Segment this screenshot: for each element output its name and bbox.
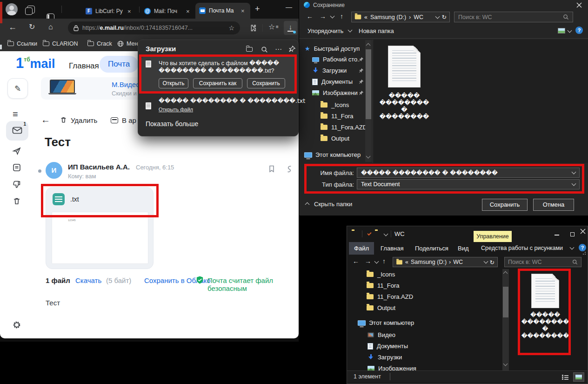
tree-item-downloads[interactable]: Загрузки [368, 354, 402, 361]
sidebar-item-output[interactable]: Output [321, 135, 349, 142]
sidebar-item-pictures[interactable]: Изображени [312, 89, 358, 96]
sent-icon[interactable] [12, 146, 21, 155]
ribbon-tab-picture-tools[interactable]: Средства работы с рисунками [481, 245, 563, 251]
filename-input[interactable]: ����� �������� � �������� [357, 168, 580, 178]
tree-item-documents[interactable]: Документы [368, 343, 408, 350]
forward-button[interactable]: → [365, 257, 371, 265]
crumb-drive[interactable]: Samsung (D:) [411, 259, 447, 265]
sender-avatar[interactable]: И [46, 162, 62, 179]
crumb-folder[interactable]: WC [453, 259, 481, 265]
bookmark-menu[interactable]: Мен [117, 40, 138, 47]
sidebar-item-quick-access[interactable]: ★ Быстрый доступ [305, 45, 360, 52]
address-bar[interactable]: https://e.mail.ru/inbox/0:1741835716047.… [68, 21, 240, 34]
tab-mail-agent[interactable]: @ Mail: Поч × [140, 4, 194, 19]
tab-close-icon[interactable]: × [241, 7, 245, 14]
downloads-button[interactable]: ↓ [284, 21, 297, 35]
filename-dropdown-chevron[interactable] [572, 170, 576, 175]
extensions-icon[interactable] [248, 24, 257, 32]
ribbon-collapse-chevron[interactable] [570, 245, 575, 250]
archive-button[interactable]: В ар [122, 116, 136, 124]
tab-close-icon[interactable]: × [127, 8, 131, 15]
download-link[interactable]: Скачать [75, 276, 101, 284]
filetype-dropdown-chevron[interactable] [572, 182, 576, 186]
crumb-drive[interactable]: Samsung (D:) [370, 14, 406, 20]
tree-item-icons[interactable]: _Icons [367, 271, 395, 278]
search-box[interactable]: Поиск в: WC [504, 257, 581, 267]
tab-close-icon[interactable]: × [186, 8, 190, 15]
home-button[interactable]: ⌂ [48, 23, 53, 31]
details-view-toggle[interactable] [562, 374, 568, 380]
tab-pochta-active[interactable]: Почта Ma × [195, 3, 250, 19]
ribbon-tab-home[interactable]: Главная [381, 245, 403, 252]
sidebar-item-desktop[interactable]: Рабочий сто. [312, 56, 359, 63]
scroll-up-icon[interactable] [503, 271, 508, 276]
new-folder-button[interactable]: Новая папка [359, 27, 394, 34]
spam-icon[interactable] [12, 180, 21, 189]
sidebar-item-11fora[interactable]: 11_Fora [321, 113, 353, 120]
sidebar-scrollbar[interactable] [365, 40, 372, 162]
recent-locations-chevron[interactable] [330, 14, 335, 19]
up-button[interactable]: ↑ [382, 257, 386, 265]
nav-glavnaya[interactable]: Главная [69, 61, 99, 71]
help-button[interactable]: ? [575, 27, 583, 34]
sidebar-item-inbox[interactable]: 1 [6, 121, 28, 141]
save-dialog-titlebar[interactable]: Сохранение [299, 0, 588, 10]
scroll-thumb[interactable] [503, 287, 508, 317]
trash-icon[interactable] [12, 196, 21, 206]
workspaces-icon[interactable] [27, 6, 35, 13]
txt-file-label[interactable]: ����� �������� � �������� [519, 312, 571, 340]
tree-item-video[interactable]: Видео [368, 331, 395, 338]
favorites-icon[interactable]: ☆ [268, 23, 275, 31]
tree-item-output[interactable]: Output [367, 304, 395, 311]
sidebar-item-downloads[interactable]: Загрузки [312, 67, 347, 74]
more-options-icon[interactable]: ⋯ [275, 46, 282, 53]
profile-avatar[interactable] [6, 3, 18, 15]
search-box[interactable]: Поиск в: WC [454, 12, 573, 22]
mail-logo[interactable]: 1тбmail [16, 55, 55, 72]
tree-item-11fora-azd[interactable]: 11_Fora.AZD [367, 293, 413, 300]
breadcrumb-dropdown-chevron[interactable] [435, 14, 440, 19]
ribbon-tab-view[interactable]: Вид [458, 245, 469, 252]
drafts-icon[interactable] [12, 163, 21, 172]
organize-button[interactable]: Упорядочить [307, 27, 343, 34]
new-tab-button[interactable]: + [255, 5, 260, 13]
sidebar-item-documents[interactable]: Документы [312, 78, 353, 85]
save-as-button[interactable]: Сохранить как [193, 78, 242, 88]
quick-access-toolbar-chevron[interactable] [384, 232, 388, 236]
resize-grip[interactable] [582, 251, 586, 255]
show-more-link[interactable]: Показать больше [146, 120, 198, 128]
open-downloads-folder-icon[interactable] [246, 47, 253, 52]
nav-pochta[interactable]: Почта [100, 56, 138, 73]
delete-button[interactable]: Удалить [71, 116, 97, 124]
menu-icon[interactable]: ≡ [13, 109, 18, 120]
cancel-button[interactable]: Отмена [533, 199, 574, 211]
open-button[interactable]: Открыть [159, 78, 188, 88]
tree-item-11fora[interactable]: 11_Fora [367, 282, 399, 289]
view-mode-icon[interactable] [558, 28, 565, 34]
back-button[interactable]: ← [307, 13, 313, 20]
crumb-folder[interactable]: WC [414, 14, 433, 20]
breadcrumb-bar[interactable]: « Samsung (D:) › WC ↻ [351, 12, 450, 22]
ribbon-tab-share[interactable]: Поделиться [415, 245, 448, 252]
attachment-card[interactable]: .txt 12345 [46, 187, 154, 269]
bookmark-crack[interactable]: Crack [87, 40, 112, 47]
pin-popup-icon[interactable] [289, 46, 295, 52]
close-button[interactable] [580, 228, 588, 236]
view-mode-chevron[interactable] [568, 28, 572, 33]
sidebar-item-this-pc[interactable]: Этот компьютер [305, 151, 361, 158]
thumbnail-view-toggle[interactable] [573, 372, 584, 382]
download-item-prompt[interactable]: Что вы хотите сделать с файлом ����� ���… [141, 57, 296, 92]
bookmark-clarion[interactable]: CLARION [43, 40, 78, 47]
txt-file-icon[interactable] [531, 274, 559, 308]
tree-item-this-pc[interactable]: Этот компьютер [358, 319, 414, 326]
back-to-list-button[interactable]: ← [41, 115, 50, 125]
explorer-titlebar[interactable]: WC Управление [347, 226, 588, 242]
breadcrumb-bar[interactable]: « Samsung (D:) › WC ↻ [393, 257, 498, 267]
up-button[interactable]: ↑ [340, 13, 343, 20]
message-recipients[interactable]: Кому: вам [68, 173, 96, 180]
bookmark-ssylki[interactable]: Ссылки [7, 40, 37, 47]
refresh-icon[interactable]: ↻ [442, 13, 447, 20]
minimize-button[interactable] [550, 230, 564, 239]
back-button[interactable]: ← [353, 257, 359, 265]
compose-button[interactable]: ✎ [7, 78, 28, 99]
